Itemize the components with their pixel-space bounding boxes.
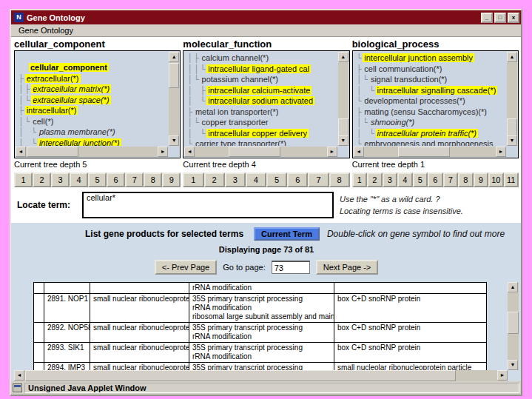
depth-button-11[interactable]: 11 bbox=[504, 172, 519, 187]
scrollbar-thumb[interactable] bbox=[508, 312, 519, 334]
scroll-right-icon[interactable]: ► bbox=[497, 370, 508, 380]
scrollbar-thumb[interactable] bbox=[27, 147, 78, 157]
current-term-button[interactable]: Current Term bbox=[254, 227, 320, 241]
depth-button-5[interactable]: 5 bbox=[413, 172, 428, 187]
depth-button-6[interactable]: 6 bbox=[428, 172, 442, 187]
tree-node[interactable]: │├extracellular matrix(*) bbox=[18, 84, 168, 95]
scroll-left-icon[interactable]: ◄ bbox=[184, 147, 195, 157]
depth-button-7[interactable]: 7 bbox=[443, 172, 458, 187]
scroll-right-icon[interactable]: ► bbox=[496, 147, 506, 157]
depth-button-7[interactable]: 7 bbox=[308, 172, 329, 187]
tree-node[interactable]: │ └intracellular sodium activated bbox=[187, 95, 337, 107]
scrollbar-thumb[interactable] bbox=[25, 370, 456, 381]
process-line: 35S primary transcript processing bbox=[192, 363, 331, 370]
depth-button-8[interactable]: 8 bbox=[458, 172, 473, 187]
scrollbar-thumb[interactable] bbox=[229, 147, 280, 157]
scrollbar-thumb[interactable] bbox=[169, 63, 179, 88]
prev-page-button[interactable]: <- Prev Page bbox=[155, 260, 218, 275]
table-horizontal-scrollbar[interactable]: ◄ ► bbox=[14, 370, 508, 381]
scroll-up-icon[interactable]: ▲ bbox=[169, 52, 179, 62]
table-row[interactable]: 2891. NOP1small nuclear ribonucleoprotei… bbox=[34, 294, 487, 323]
depth-button-5[interactable]: 5 bbox=[266, 172, 287, 187]
tree-node[interactable]: │└shmooing(*) bbox=[357, 117, 506, 128]
depth-button-3[interactable]: 3 bbox=[383, 172, 397, 187]
depth-button-3[interactable]: 3 bbox=[225, 172, 246, 187]
scroll-down-icon[interactable]: ▼ bbox=[169, 135, 179, 146]
tree-node[interactable]: └developmental processes(*) bbox=[357, 95, 506, 107]
tree-node[interactable]: │ ├intracellular calcium-activate bbox=[187, 85, 337, 96]
tree-node[interactable]: │└copper transporter bbox=[187, 117, 337, 128]
tree-node[interactable]: │ └intracellular signalling cascade(*) bbox=[357, 85, 506, 96]
page-number-input[interactable] bbox=[272, 261, 310, 274]
depth-button-8[interactable]: 8 bbox=[329, 172, 350, 187]
tree-node[interactable]: ├cell communication(*) bbox=[357, 64, 506, 75]
tree-node[interactable]: └embryogenesis and morphogenesis bbox=[357, 138, 506, 146]
tree-node[interactable]: ├extracellular(*) bbox=[18, 73, 168, 84]
table-row[interactable]: 2894. IMP3small nuclear ribonucleoprotei… bbox=[34, 363, 487, 371]
scrollbar-thumb[interactable] bbox=[398, 147, 450, 157]
close-button[interactable]: x bbox=[508, 13, 519, 23]
depth-button-9[interactable]: 9 bbox=[474, 172, 488, 187]
tree-vertical-scrollbar[interactable]: ▲▼ bbox=[169, 52, 179, 146]
tree-node[interactable]: │ └plasma membrane(*) bbox=[18, 127, 168, 138]
table-row[interactable]: 2893. SIK1small nuclear ribonucleoprotei… bbox=[34, 343, 487, 363]
locate-term-input[interactable] bbox=[82, 192, 334, 218]
scroll-right-icon[interactable]: ► bbox=[327, 147, 337, 157]
scroll-up-icon[interactable]: ▲ bbox=[508, 282, 518, 292]
tree-node[interactable]: ├intracellular(*) bbox=[18, 105, 168, 116]
scroll-down-icon[interactable]: ▼ bbox=[338, 135, 349, 146]
depth-button-1[interactable]: 1 bbox=[14, 172, 33, 187]
depth-button-4[interactable]: 4 bbox=[397, 172, 412, 187]
tree-node[interactable]: │ └intercellular junction(*) bbox=[18, 138, 168, 147]
scroll-left-icon[interactable]: ◄ bbox=[16, 147, 26, 157]
title-bar[interactable]: N Gene Ontology _ □ x bbox=[11, 10, 521, 24]
depth-button-6[interactable]: 6 bbox=[107, 172, 125, 187]
tree-node[interactable]: ├mating (sensu Saccharomyces)(*) bbox=[357, 107, 506, 118]
scroll-up-icon[interactable]: ▲ bbox=[338, 52, 349, 62]
minimize-button[interactable]: _ bbox=[481, 13, 493, 23]
tree-vertical-scrollbar[interactable]: ▲▼ bbox=[338, 52, 349, 146]
scroll-down-icon[interactable]: ▼ bbox=[507, 135, 517, 146]
depth-button-5[interactable]: 5 bbox=[88, 172, 107, 187]
scroll-down-icon[interactable]: ▼ bbox=[508, 360, 518, 370]
tree-vertical-scrollbar[interactable]: ▲▼ bbox=[507, 52, 517, 146]
tree-horizontal-scrollbar[interactable]: ◄► bbox=[16, 147, 168, 157]
scroll-left-icon[interactable]: ◄ bbox=[354, 147, 364, 157]
tree-node[interactable]: cellular_component bbox=[29, 62, 168, 73]
depth-button-4[interactable]: 4 bbox=[246, 172, 266, 187]
tree-node[interactable]: ││└intracellular ligand-gated cal bbox=[187, 64, 337, 75]
tree-horizontal-scrollbar[interactable]: ◄► bbox=[354, 147, 506, 157]
tree-node[interactable]: │└extracellular space(*) bbox=[18, 95, 168, 106]
depth-button-6[interactable]: 6 bbox=[287, 172, 308, 187]
depth-button-1[interactable]: 1 bbox=[352, 172, 367, 187]
tree-node[interactable]: │├calcium channel(*) bbox=[187, 53, 337, 64]
tree-node[interactable]: │ └intracellular protein traffic(*) bbox=[357, 128, 506, 139]
tree-node[interactable]: └intercellular junction assembly bbox=[357, 53, 506, 64]
depth-button-3[interactable]: 3 bbox=[51, 172, 70, 187]
tree-node[interactable]: ├metal ion transporter(*) bbox=[187, 107, 337, 118]
tree-node[interactable]: │└cell(*) bbox=[18, 116, 168, 127]
depth-button-1[interactable]: 1 bbox=[183, 172, 203, 187]
table-row[interactable]: rRNA modification bbox=[34, 283, 487, 294]
tree-node[interactable]: │└potassium channel(*) bbox=[187, 74, 337, 85]
tree-horizontal-scrollbar[interactable]: ◄► bbox=[184, 147, 337, 157]
next-page-button[interactable]: Next Page -> bbox=[316, 260, 379, 275]
table-row[interactable]: 2892. NOP58small nuclear ribonucleoprote… bbox=[34, 323, 487, 343]
depth-button-2[interactable]: 2 bbox=[33, 172, 51, 187]
depth-button-2[interactable]: 2 bbox=[204, 172, 225, 187]
menu-gene-ontology[interactable]: Gene Ontology bbox=[16, 26, 76, 35]
depth-button-9[interactable]: 9 bbox=[162, 172, 181, 187]
tree-node[interactable]: └carrier type transporter(*) bbox=[187, 138, 337, 146]
depth-button-8[interactable]: 8 bbox=[144, 172, 162, 187]
depth-button-7[interactable]: 7 bbox=[125, 172, 144, 187]
tree-node[interactable]: │└signal transduction(*) bbox=[357, 74, 506, 85]
scroll-up-icon[interactable]: ▲ bbox=[507, 52, 517, 62]
scroll-left-icon[interactable]: ◄ bbox=[14, 370, 24, 380]
tree-node[interactable]: │ └intracellular copper delivery bbox=[187, 128, 337, 139]
maximize-button[interactable]: □ bbox=[494, 13, 506, 23]
table-vertical-scrollbar[interactable]: ▲ ▼ bbox=[508, 282, 519, 370]
depth-button-10[interactable]: 10 bbox=[488, 172, 503, 187]
depth-button-2[interactable]: 2 bbox=[367, 172, 382, 187]
depth-button-4[interactable]: 4 bbox=[70, 172, 88, 187]
scroll-right-icon[interactable]: ► bbox=[158, 147, 168, 157]
